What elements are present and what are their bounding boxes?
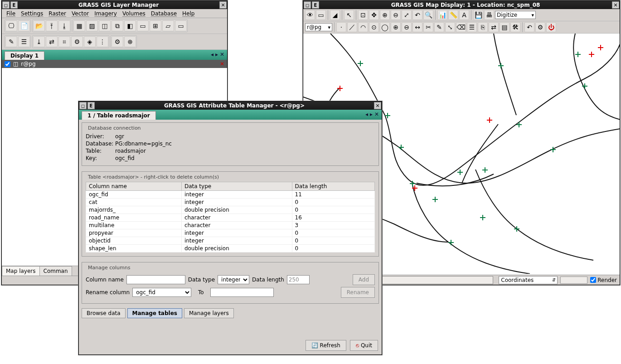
pan-button[interactable]: ✥ <box>369 10 379 20</box>
menu-raster[interactable]: Raster <box>47 10 68 18</box>
tab-prev-icon[interactable]: ◂ <box>365 111 368 117</box>
text-button[interactable]: A <box>459 10 469 20</box>
save-as-button[interactable]: ⭳ <box>58 20 70 31</box>
coordinates-mode-select[interactable]: Coordinates <box>499 276 558 284</box>
table-row[interactable]: road_namecharacter16 <box>86 214 375 222</box>
data-length-input[interactable] <box>287 275 310 284</box>
tab-next-icon[interactable]: ▸ <box>370 111 373 117</box>
layer-row[interactable]: ◫ r@pg ✕ <box>2 60 227 68</box>
tab-manage-layers[interactable]: Manage layers <box>184 308 234 318</box>
digi-line-button[interactable]: ／ <box>347 22 357 32</box>
menu-file[interactable]: File <box>5 10 17 18</box>
menu-settings[interactable]: Settings <box>19 10 45 18</box>
measure-button[interactable]: 📏 <box>448 10 458 20</box>
add-column-button[interactable]: Add <box>353 274 375 285</box>
columns-table[interactable]: Column name Data type Data length ogc_fi… <box>86 182 375 252</box>
rename-column-select[interactable]: ogc_fid <box>132 288 191 297</box>
render-checkbox[interactable] <box>590 277 596 283</box>
georect-button[interactable]: ◈ <box>84 36 96 47</box>
tab-browse-data[interactable]: Browse data <box>82 308 126 318</box>
layer-button[interactable]: ▭ <box>316 10 326 20</box>
table-row[interactable]: propyearinteger0 <box>86 229 375 237</box>
window-menu-icon[interactable]: ◻ <box>79 102 87 109</box>
digi-vertex-move-button[interactable]: ↔ <box>412 22 422 32</box>
new-workspace-button[interactable]: 📄 <box>18 20 30 31</box>
close-button[interactable]: ✕ <box>219 1 227 9</box>
refresh-button[interactable]: 🔄Refresh <box>306 340 346 351</box>
table-button[interactable]: ☰ <box>18 36 30 47</box>
save-button[interactable]: ⭱ <box>46 20 58 31</box>
digitize-layer-select[interactable]: r@pg <box>305 23 332 31</box>
render-button[interactable]: 👁 <box>305 10 315 20</box>
digi-quit-button[interactable]: ⏻ <box>546 22 556 32</box>
table-row[interactable]: shape_lendouble precision0 <box>86 245 375 252</box>
query-button[interactable]: ⊡ <box>358 10 368 20</box>
menu-help[interactable]: Help <box>180 10 196 18</box>
zoom-out-button[interactable]: ⊖ <box>391 10 401 20</box>
digi-undo-button[interactable]: ↶ <box>524 22 534 32</box>
tab-close-icon[interactable]: ✕ <box>220 51 224 58</box>
analyze-button[interactable]: 📊 <box>437 10 447 20</box>
digi-copy-button[interactable]: ⎘ <box>478 22 488 32</box>
table-row[interactable]: multilanecharacter3 <box>86 222 375 229</box>
th-data-length[interactable]: Data length <box>292 182 374 191</box>
close-button[interactable]: ✕ <box>374 102 381 109</box>
edit-button[interactable]: ✎ <box>5 36 17 47</box>
mode-select[interactable]: Digitize <box>495 11 536 19</box>
window-e-icon[interactable]: E <box>10 1 18 9</box>
menu-database[interactable]: Database <box>149 10 179 18</box>
th-column-name[interactable]: Column name <box>86 182 182 191</box>
add-overlay-button[interactable]: ◧ <box>124 20 136 31</box>
save-image-button[interactable]: 💾 <box>473 10 483 20</box>
print-button[interactable]: 🖶 <box>484 10 494 20</box>
add-vector-button[interactable]: ◫ <box>99 20 111 31</box>
tab-close-icon[interactable]: ✕ <box>374 111 379 117</box>
table-row[interactable]: majorrds_double precision0 <box>86 206 375 214</box>
add-raster-button[interactable]: ▦ <box>73 20 85 31</box>
calc-button[interactable]: ⌗ <box>58 36 70 47</box>
attr-tab[interactable]: 1 / Table roadsmajor <box>82 111 156 120</box>
window-e-icon[interactable]: E <box>312 1 319 9</box>
digi-split-button[interactable]: ✂ <box>423 22 433 32</box>
model-button[interactable]: ⚙ <box>71 36 83 47</box>
zoom-in-button[interactable]: ⊕ <box>380 10 390 20</box>
digi-cats-button[interactable]: ☰ <box>467 22 477 32</box>
window-menu-icon[interactable]: ◻ <box>304 1 311 9</box>
digi-attr-button[interactable]: ▤ <box>500 22 509 32</box>
tab-next-icon[interactable]: ▸ <box>215 51 218 58</box>
tab-command[interactable]: Comman <box>39 266 72 276</box>
window-e-icon[interactable]: E <box>87 102 95 109</box>
add-command-button[interactable]: ▱ <box>162 20 174 31</box>
rename-to-input[interactable] <box>210 288 274 297</box>
digi-tools-button[interactable]: 🛠 <box>510 22 520 32</box>
window-menu-icon[interactable]: ◻ <box>2 1 10 9</box>
import-button[interactable]: ⤓ <box>33 36 45 47</box>
help-button[interactable]: ⊕ <box>124 36 136 47</box>
link-button[interactable]: ⇄ <box>46 36 58 47</box>
rename-column-button[interactable]: Rename <box>341 287 375 298</box>
table-row[interactable]: ogc_fidinteger11 <box>86 191 375 199</box>
tab-prev-icon[interactable]: ◂ <box>211 51 213 58</box>
pointer-button[interactable]: ↖ <box>344 10 354 20</box>
digi-area-button[interactable]: ◯ <box>380 22 390 32</box>
layer-visible-checkbox[interactable] <box>5 61 10 67</box>
close-button[interactable]: ✕ <box>612 1 619 9</box>
column-name-input[interactable] <box>126 275 185 284</box>
menu-vector[interactable]: Vector <box>70 10 91 18</box>
menu-imagery[interactable]: Imagery <box>92 10 119 18</box>
script-button[interactable]: ⋮ <box>97 36 108 47</box>
menu-volumes[interactable]: Volumes <box>121 10 147 18</box>
table-row[interactable]: objectidinteger0 <box>86 237 375 245</box>
erase-button[interactable]: ◢ <box>330 10 340 20</box>
new-display-button[interactable]: 🖵 <box>5 20 17 31</box>
tab-manage-tables[interactable]: Manage tables <box>127 308 182 318</box>
add-grid-button[interactable]: ⊞ <box>150 20 161 31</box>
th-data-type[interactable]: Data type <box>181 182 292 191</box>
add-vector-misc-button[interactable]: ⧉ <box>112 20 123 31</box>
zoom-back-button[interactable]: ↶ <box>412 10 422 20</box>
settings-button[interactable]: ⚙ <box>112 36 123 47</box>
quit-button[interactable]: ⎋Quit <box>350 340 378 351</box>
zoom-menu-button[interactable]: 🔍 <box>423 10 433 20</box>
digi-point-button[interactable]: · <box>336 22 346 32</box>
display-tab-1[interactable]: Display 1 <box>5 51 44 60</box>
